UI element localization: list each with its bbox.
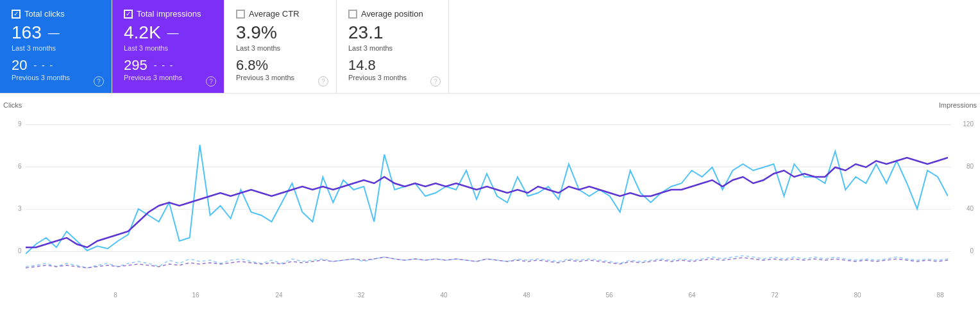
help-icon-average-position[interactable]: ?	[430, 76, 441, 87]
y-axis-label-right: Impressions	[939, 101, 977, 109]
metric-value-average-position: 23.1	[348, 22, 384, 43]
metric-prev-period-average-position: Previous 3 months	[348, 74, 437, 81]
x-tick-32: 32	[357, 292, 364, 299]
y-axis-label-left: Clicks	[3, 101, 22, 109]
x-tick-24: 24	[275, 292, 282, 299]
metric-dash-total-clicks: —	[48, 26, 60, 40]
x-tick-40: 40	[440, 292, 447, 299]
metric-period-average-position: Last 3 months	[348, 44, 437, 52]
metric-card-average-position[interactable]: Average position 23.1 Last 3 months 14.8…	[337, 0, 449, 93]
x-tick-88: 88	[936, 292, 943, 299]
metric-prev-value-total-clicks: 20	[12, 57, 27, 74]
y-tick-right-40: 40	[967, 205, 974, 212]
metric-prev-value-average-position: 14.8	[348, 57, 376, 74]
metric-period-total-clicks: Last 3 months	[12, 44, 100, 52]
metric-label-average-ctr: Average CTR	[249, 9, 300, 19]
x-tick-48: 48	[523, 292, 530, 299]
checkbox-total-clicks[interactable]	[12, 10, 21, 19]
metric-value-average-ctr: 3.9%	[236, 22, 277, 43]
chart-svg	[26, 113, 948, 279]
metric-label-total-clicks: Total clicks	[24, 9, 65, 19]
x-tick-8: 8	[114, 292, 117, 299]
metric-card-average-ctr[interactable]: Average CTR 3.9% Last 3 months 6.8% Prev…	[224, 0, 337, 93]
metric-prev-dash-total-clicks: - - -	[33, 60, 54, 70]
help-icon-total-impressions[interactable]: ?	[206, 76, 216, 87]
metric-prev-period-total-clicks: Previous 3 months	[12, 74, 100, 81]
y-tick-right-80: 80	[967, 163, 974, 170]
x-tick-64: 64	[688, 292, 695, 299]
y-tick-left-6: 6	[18, 163, 22, 170]
y-tick-right-0: 0	[970, 247, 974, 254]
metric-period-total-impressions: Last 3 months	[124, 44, 212, 52]
chart-area: Clicks Impressions 9 6 3 0 120 80 40 0 8…	[0, 94, 980, 305]
metrics-row: Total clicks 163 — Last 3 months 20 - - …	[0, 0, 980, 94]
help-icon-average-ctr[interactable]: ?	[318, 76, 328, 87]
metric-value-total-impressions: 4.2K	[124, 22, 161, 43]
metric-period-average-ctr: Last 3 months	[236, 44, 325, 52]
metric-prev-period-total-impressions: Previous 3 months	[124, 74, 212, 81]
checkbox-average-ctr[interactable]	[236, 10, 245, 19]
metric-value-total-clicks: 163	[12, 22, 42, 43]
impressions-current-line	[26, 158, 948, 247]
metric-card-total-clicks[interactable]: Total clicks 163 — Last 3 months 20 - - …	[0, 0, 112, 93]
metric-label-average-position: Average position	[361, 9, 423, 19]
y-tick-right-120: 120	[963, 120, 974, 128]
metric-prev-period-average-ctr: Previous 3 months	[236, 74, 325, 81]
x-tick-72: 72	[771, 292, 778, 299]
clicks-current-line	[26, 145, 948, 254]
y-tick-left-0: 0	[18, 247, 22, 254]
metric-prev-value-average-ctr: 6.8%	[236, 57, 268, 74]
x-tick-16: 16	[192, 292, 199, 299]
metric-label-total-impressions: Total impressions	[137, 9, 201, 19]
metric-prev-value-total-impressions: 295	[124, 57, 148, 74]
metric-card-total-impressions[interactable]: Total impressions 4.2K — Last 3 months 2…	[112, 0, 224, 93]
x-tick-80: 80	[854, 292, 861, 299]
help-icon-total-clicks[interactable]: ?	[94, 76, 104, 87]
checkbox-average-position[interactable]	[348, 10, 357, 19]
metric-dash-total-impressions: —	[167, 26, 179, 40]
x-tick-56: 56	[605, 292, 612, 299]
clicks-prev-line	[26, 256, 948, 268]
y-tick-left-9: 9	[18, 120, 22, 128]
metric-prev-dash-total-impressions: - - -	[154, 60, 174, 70]
checkbox-total-impressions[interactable]	[124, 10, 133, 19]
y-tick-left-3: 3	[18, 205, 22, 212]
